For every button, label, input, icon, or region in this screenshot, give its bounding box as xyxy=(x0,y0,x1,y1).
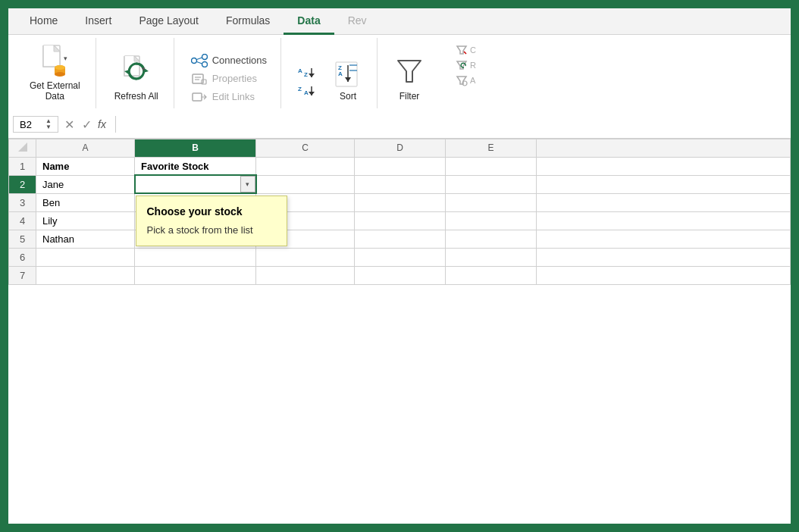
filter-label: Filter xyxy=(400,91,420,102)
cell-e3[interactable] xyxy=(446,193,537,211)
advanced-btn[interactable]: A xyxy=(456,74,476,86)
properties-icon xyxy=(191,72,208,86)
cell-c1[interactable] xyxy=(256,157,355,175)
edit-links-button[interactable]: Edit Links xyxy=(186,89,271,105)
tab-page-layout[interactable]: Page Layout xyxy=(125,8,212,34)
cell-d6[interactable] xyxy=(355,248,446,266)
sort-buttons-row: A Z Z A xyxy=(293,58,368,105)
sort-button[interactable]: Z A Sort xyxy=(328,58,368,105)
cell-a3[interactable]: Ben xyxy=(36,193,135,211)
get-external-data-button[interactable]: ▾ Get ExternalData xyxy=(24,41,86,105)
cell-e1[interactable] xyxy=(446,157,537,175)
filter-button[interactable]: Filter xyxy=(390,53,429,105)
cell-a7[interactable] xyxy=(36,266,135,284)
cell-rest-1[interactable] xyxy=(537,157,791,175)
tooltip-box: Choose your stock Pick a stock from the … xyxy=(136,196,287,246)
sort-za-button[interactable]: Z A xyxy=(293,83,324,99)
svg-point-14 xyxy=(202,61,207,67)
cell-c7[interactable] xyxy=(256,266,355,284)
cell-e6[interactable] xyxy=(446,248,537,266)
cell-b1[interactable]: Favorite Stock xyxy=(135,157,256,175)
dropdown-button[interactable]: ▾ xyxy=(240,176,255,192)
svg-point-4 xyxy=(55,72,65,77)
cell-b7[interactable] xyxy=(135,266,256,284)
cell-a5[interactable]: Nathan xyxy=(36,230,135,248)
cell-a4[interactable]: Lily xyxy=(36,211,135,230)
refresh-all-button[interactable]: ▾ Refresh All xyxy=(108,52,164,105)
col-header-d[interactable]: D xyxy=(355,139,446,157)
sort-az-button[interactable]: A Z xyxy=(293,64,324,81)
cell-d7[interactable] xyxy=(355,266,446,284)
cell-rest-4[interactable] xyxy=(537,211,791,230)
cell-b2[interactable]: ▾ Choose your stock Pick a stock from th… xyxy=(135,175,256,193)
get-external-data-icon: ▾ xyxy=(40,44,69,77)
cell-rest-2[interactable] xyxy=(537,175,791,193)
formula-icons: ✕ ✓ xyxy=(64,117,92,132)
table-row: 7 xyxy=(9,266,791,284)
refresh-all-icon: ▾ xyxy=(122,55,151,88)
tab-formulas[interactable]: Formulas xyxy=(212,8,284,34)
tab-review[interactable]: Rev xyxy=(334,8,381,34)
ribbon-group-sort: A Z Z A xyxy=(284,38,378,108)
col-header-rest[interactable] xyxy=(537,139,791,157)
cell-rest-7[interactable] xyxy=(537,266,791,284)
cell-a2[interactable]: Jane xyxy=(36,175,135,193)
cell-rest-6[interactable] xyxy=(537,248,791,266)
sort-za-icon: Z A xyxy=(298,84,319,98)
sort-az-icon: A Z xyxy=(298,66,319,80)
connections-buttons: Connections Properties xyxy=(186,52,271,105)
svg-marker-43 xyxy=(18,142,27,152)
row-header-7: 7 xyxy=(9,266,36,284)
cell-a1[interactable]: Name xyxy=(36,157,135,175)
row-header-1: 1 xyxy=(9,157,36,175)
svg-marker-40 xyxy=(457,61,466,69)
cell-e7[interactable] xyxy=(446,266,537,284)
svg-marker-29 xyxy=(309,92,315,95)
cell-a6[interactable] xyxy=(36,248,135,266)
row-header-4: 4 xyxy=(9,211,36,230)
table-row: 4 Lily xyxy=(9,211,791,230)
cell-b6[interactable] xyxy=(135,248,256,266)
tab-home[interactable]: Home xyxy=(16,8,71,34)
cell-c2[interactable] xyxy=(256,175,355,193)
cell-d3[interactable] xyxy=(355,193,446,211)
cell-rest-5[interactable] xyxy=(537,230,791,248)
cell-rest-3[interactable] xyxy=(537,193,791,211)
col-header-e[interactable]: E xyxy=(446,139,537,157)
cell-a4-text: Lily xyxy=(42,215,58,227)
svg-text:A: A xyxy=(298,67,302,74)
table-row: 3 Ben xyxy=(9,193,791,211)
cell-d5[interactable] xyxy=(355,230,446,248)
cancel-icon[interactable]: ✕ xyxy=(64,117,74,132)
ribbon-tabs: Home Insert Page Layout Formulas Data Re… xyxy=(8,8,791,35)
connections-button[interactable]: Connections xyxy=(186,52,271,69)
svg-text:▾: ▾ xyxy=(142,65,146,73)
svg-text:▾: ▾ xyxy=(64,55,67,62)
get-external-data-label: Get ExternalData xyxy=(30,80,80,102)
refresh-all-label: Refresh All xyxy=(114,91,158,102)
cell-e5[interactable] xyxy=(446,230,537,248)
tab-insert[interactable]: Insert xyxy=(71,8,125,34)
cell-e2[interactable] xyxy=(446,175,537,193)
cell-ref-text: B2 xyxy=(20,119,32,130)
spreadsheet-area: A B C D E 1 Name Favorite Stock xyxy=(8,139,791,524)
properties-button[interactable]: Properties xyxy=(186,70,271,87)
formula-input[interactable] xyxy=(125,117,786,132)
cell-d4[interactable] xyxy=(355,211,446,230)
cell-reference-box[interactable]: B2 ▲ ▼ xyxy=(13,116,58,133)
col-header-b[interactable]: B xyxy=(135,139,256,157)
col-header-a[interactable]: A xyxy=(36,139,135,157)
reapply-btn[interactable]: R xyxy=(456,59,476,71)
clear-filter-btn[interactable]: C xyxy=(456,44,476,56)
cell-d1[interactable] xyxy=(355,157,446,175)
filter-sub-buttons: C R A xyxy=(456,44,476,86)
cell-c6[interactable] xyxy=(256,248,355,266)
svg-point-13 xyxy=(202,54,207,59)
col-header-c[interactable]: C xyxy=(256,139,355,157)
sort-icon: Z A xyxy=(334,61,362,88)
svg-line-15 xyxy=(196,58,202,60)
tab-data[interactable]: Data xyxy=(284,8,334,35)
cell-d2[interactable] xyxy=(355,175,446,193)
confirm-icon[interactable]: ✓ xyxy=(82,117,92,132)
cell-e4[interactable] xyxy=(446,211,537,230)
